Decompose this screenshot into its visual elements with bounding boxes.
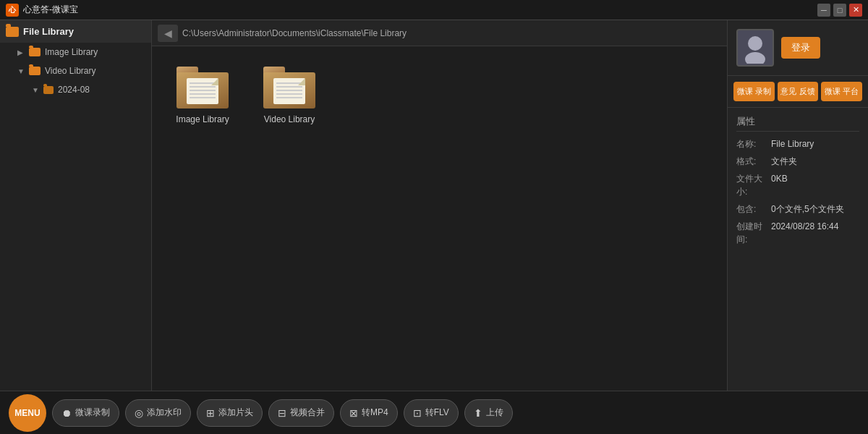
- sidebar-item-label: Image Library: [45, 47, 98, 57]
- toolbar-btn-upload[interactable]: ⬆ 上传: [464, 399, 513, 427]
- action-btn-record[interactable]: 微课 录制: [733, 82, 775, 101]
- window-controls: ─ □ ✕: [817, 4, 862, 17]
- file-item-label: Video Library: [264, 114, 315, 126]
- mp4-icon: ⊠: [349, 407, 358, 419]
- main-content-wrapper: ◀ C:\Users\Administrator\Documents\iClas…: [152, 20, 868, 391]
- titlebar-left: 心 心意答-微课宝: [6, 4, 78, 17]
- folder-icon: [6, 27, 19, 37]
- main-container: File Library ▶ Image Library ▼ Video Lib…: [0, 20, 868, 434]
- toolbar-btn-flv[interactable]: ⊡ 转FLV: [404, 399, 459, 427]
- arrow-icon: ▼: [32, 86, 39, 94]
- prop-row-size: 文件大 小: 0KB: [736, 172, 859, 198]
- toolbar-btn-flv-label: 转FLV: [425, 407, 449, 419]
- prop-value: 0KB: [771, 172, 859, 198]
- minimize-button[interactable]: ─: [817, 4, 830, 17]
- properties-section: 属性 名称: File Library 格式: 文件夹 文件大 小: 0KB 包…: [728, 108, 868, 258]
- toolbar-btn-upload-label: 上传: [486, 407, 503, 419]
- action-btn-platform[interactable]: 微课 平台: [821, 82, 862, 101]
- folder-large-icon: [263, 67, 315, 109]
- file-item-video-library[interactable]: Video Library: [253, 61, 326, 132]
- breadcrumb-bar: ◀ C:\Users\Administrator\Documents\iClas…: [152, 20, 727, 46]
- properties-title: 属性: [736, 115, 859, 132]
- close-button[interactable]: ✕: [849, 4, 862, 17]
- app-logo: 心: [6, 4, 19, 17]
- folder-icon: [29, 67, 41, 75]
- prop-value: 文件夹: [771, 155, 859, 168]
- file-item-image-library[interactable]: Image Library: [166, 61, 239, 132]
- prop-row-contains: 包含: 0个文件,5个文件夹: [736, 203, 859, 216]
- arrow-icon: ▶: [17, 48, 25, 56]
- toolbar-btn-watermark-label: 添加水印: [147, 407, 182, 419]
- prop-label: 名称:: [736, 137, 771, 150]
- watermark-icon: ◎: [135, 407, 143, 419]
- prop-label: 创建时 间:: [736, 220, 771, 246]
- prop-label: 包含:: [736, 203, 771, 216]
- prop-row-name: 名称: File Library: [736, 137, 859, 150]
- folder-icon-sub: [43, 86, 54, 94]
- sidebar-root-item[interactable]: File Library: [0, 20, 151, 43]
- record-icon: ⏺: [61, 407, 72, 419]
- svg-point-1: [745, 52, 765, 64]
- sidebar-item-label: Video Library: [45, 66, 96, 76]
- sidebar-root-label: File Library: [23, 26, 74, 37]
- app-title: 心意答-微课宝: [23, 4, 78, 16]
- intro-icon: ⊞: [206, 407, 215, 419]
- svg-point-0: [748, 36, 762, 51]
- sidebar: File Library ▶ Image Library ▼ Video Lib…: [0, 20, 152, 434]
- prop-label: 文件大 小:: [736, 172, 771, 198]
- toolbar-btn-record-label: 微课录制: [75, 407, 110, 419]
- breadcrumb-path: C:\Users\Administrator\Documents\iClassm…: [182, 28, 407, 38]
- login-button[interactable]: 登录: [781, 37, 820, 59]
- prop-label: 格式:: [736, 155, 771, 168]
- toolbar-btn-intro-label: 添加片头: [218, 407, 253, 419]
- avatar: [736, 29, 774, 67]
- back-button[interactable]: ◀: [158, 25, 178, 42]
- user-section: 登录: [728, 20, 868, 76]
- prop-value: 2024/08/28 16:44: [771, 220, 859, 246]
- action-btn-feedback[interactable]: 意见 反馈: [778, 82, 819, 101]
- toolbar-btn-record[interactable]: ⏺ 微课录制: [52, 399, 119, 427]
- prop-row-created: 创建时 间: 2024/08/28 16:44: [736, 220, 859, 246]
- folder-large-icon: [176, 67, 229, 109]
- toolbar-btn-intro[interactable]: ⊞ 添加片头: [197, 399, 263, 427]
- bottom-toolbar: MENU ⏺ 微课录制 ◎ 添加水印 ⊞ 添加片头 ⊟ 视频合并 ⊠ 转MP4 …: [0, 391, 868, 434]
- toolbar-btn-merge-label: 视频合并: [290, 407, 325, 419]
- upload-icon: ⬆: [474, 407, 482, 419]
- prop-value: File Library: [771, 137, 859, 150]
- maximize-button[interactable]: □: [833, 4, 846, 17]
- toolbar-btn-watermark[interactable]: ◎ 添加水印: [125, 399, 191, 427]
- file-grid: Image Library Video Library: [152, 46, 727, 391]
- sidebar-item-2024-08[interactable]: ▼ 2024-08: [0, 80, 151, 99]
- avatar-svg: [739, 32, 771, 64]
- toolbar-btn-merge[interactable]: ⊟ 视频合并: [268, 399, 334, 427]
- content-area: ◀ C:\Users\Administrator\Documents\iClas…: [152, 20, 727, 391]
- menu-button[interactable]: MENU: [9, 394, 46, 432]
- sidebar-item-image-library[interactable]: ▶ Image Library: [0, 43, 151, 61]
- prop-row-format: 格式: 文件夹: [736, 155, 859, 168]
- action-buttons: 微课 录制 意见 反馈 微课 平台: [728, 76, 868, 108]
- merge-icon: ⊟: [278, 407, 286, 419]
- titlebar: 心 心意答-微课宝 ─ □ ✕: [0, 0, 868, 20]
- toolbar-btn-mp4-label: 转MP4: [362, 407, 388, 419]
- sidebar-sub-item-label: 2024-08: [58, 85, 90, 95]
- toolbar-btn-mp4[interactable]: ⊠ 转MP4: [340, 399, 398, 427]
- file-item-label: Image Library: [176, 114, 229, 126]
- flv-icon: ⊡: [413, 407, 422, 419]
- sidebar-item-video-library[interactable]: ▼ Video Library: [0, 61, 151, 80]
- folder-icon: [29, 48, 41, 56]
- prop-value: 0个文件,5个文件夹: [771, 203, 859, 216]
- arrow-icon: ▼: [17, 67, 25, 75]
- right-panel: 登录 微课 录制 意见 反馈 微课 平台 属性 名称: File Library…: [727, 20, 868, 391]
